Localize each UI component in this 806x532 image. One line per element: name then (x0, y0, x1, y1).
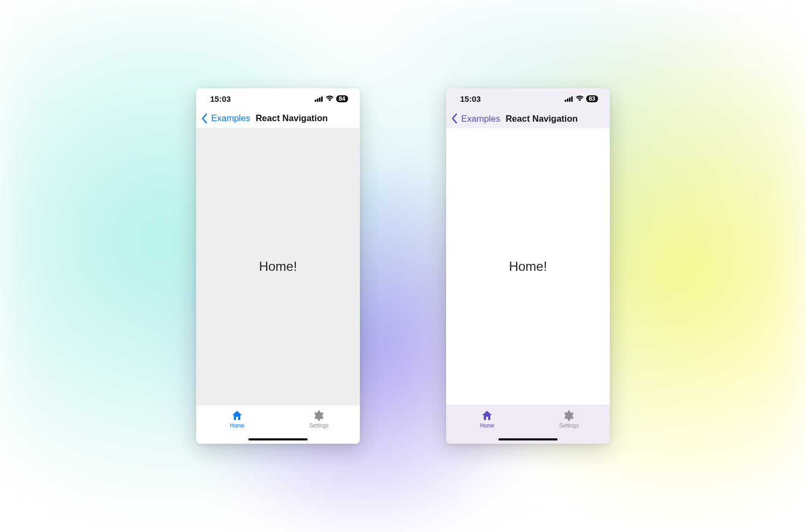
cellular-icon (315, 94, 323, 103)
svg-rect-0 (315, 100, 316, 102)
status-time: 15:03 (460, 94, 481, 103)
tab-home-label: Home (480, 423, 495, 429)
nav-title: React Navigation (505, 114, 578, 124)
navigation-bar: Examples React Navigation (446, 109, 610, 128)
status-bar: 15:03 83 (446, 88, 610, 109)
back-chevron-icon[interactable] (200, 113, 208, 124)
svg-rect-5 (565, 100, 566, 102)
svg-rect-8 (571, 96, 573, 102)
battery-indicator: 83 (586, 95, 598, 102)
home-icon (231, 410, 244, 422)
gear-icon (312, 410, 325, 422)
cellular-icon (565, 94, 573, 103)
screen-content: Home! (196, 128, 360, 405)
back-button-label[interactable]: Examples (461, 114, 500, 124)
tab-settings-label: Settings (309, 423, 329, 429)
home-icon (481, 410, 494, 422)
status-indicators: 84 (315, 94, 348, 103)
navigation-bar: Examples React Navigation (196, 109, 360, 128)
back-chevron-icon[interactable] (450, 113, 458, 124)
phone-mockup-themed: 15:03 83 Examples React Navigation Home! (446, 88, 610, 444)
svg-rect-2 (319, 97, 321, 102)
status-time: 15:03 (210, 94, 231, 103)
back-button-label[interactable]: Examples (211, 113, 250, 123)
screen-content: Home! (446, 128, 610, 405)
home-indicator[interactable] (498, 438, 558, 440)
wifi-icon (575, 94, 584, 103)
content-text: Home! (509, 259, 547, 274)
phone-mockup-default: 15:03 84 Examples React Navigation Home! (196, 88, 360, 444)
status-bar: 15:03 84 (196, 88, 360, 109)
wifi-icon (325, 94, 334, 103)
status-indicators: 83 (565, 94, 598, 103)
svg-rect-6 (567, 99, 568, 102)
svg-rect-1 (317, 99, 318, 102)
comparison-stage: 15:03 84 Examples React Navigation Home! (0, 0, 806, 532)
home-indicator[interactable] (248, 438, 308, 440)
nav-title: React Navigation (255, 113, 328, 123)
battery-indicator: 84 (336, 95, 348, 102)
svg-rect-7 (569, 97, 571, 102)
content-text: Home! (259, 259, 297, 274)
svg-rect-3 (321, 96, 323, 102)
tab-settings-label: Settings (559, 423, 579, 429)
tab-home-label: Home (230, 423, 245, 429)
gear-icon (562, 410, 575, 422)
